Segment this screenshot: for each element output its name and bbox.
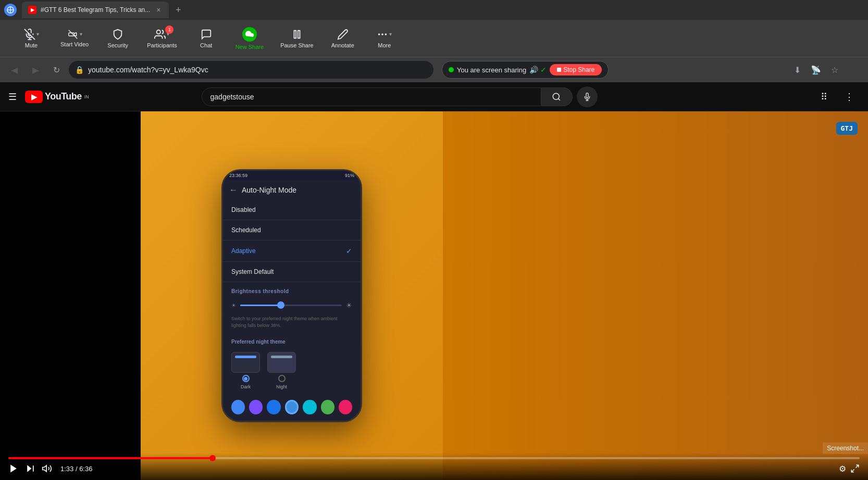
hamburger-menu-icon[interactable]: ☰ <box>8 91 17 103</box>
theme-night-label: Night <box>276 384 287 389</box>
screenshot-text: Screenshot... <box>827 445 864 452</box>
phone-status-bar: 23:36:59 91% <box>223 171 361 180</box>
screenshot-watermark: Screenshot... <box>823 443 868 454</box>
progress-bar[interactable] <box>8 457 860 459</box>
youtube-country-badge: IN <box>84 94 89 99</box>
meeting-toolbar: ▾ Mute ▾ Start Video Security <box>0 20 868 57</box>
start-video-icon: ▾ <box>67 30 82 39</box>
participants-badge: 1 <box>165 26 173 34</box>
phone-option-scheduled: Scheduled <box>223 220 361 241</box>
phone-option-system-default: System Default <box>223 262 361 282</box>
youtube-logo[interactable]: ▶ YouTube IN <box>25 91 89 103</box>
theme-night-option[interactable]: Night <box>267 352 296 389</box>
play-button[interactable] <box>8 463 19 474</box>
new-share-button[interactable]: New Share <box>227 23 272 54</box>
theme-dark-radio <box>242 375 250 382</box>
option-system-default-label: System Default <box>231 268 274 275</box>
mute-chevron: ▾ <box>36 31 39 37</box>
bookmark-icon[interactable]: ☆ <box>826 61 843 78</box>
svg-point-13 <box>385 33 387 35</box>
time-display: 1:33 / 6:36 <box>60 465 92 473</box>
progress-fill <box>8 457 213 459</box>
search-button[interactable] <box>541 87 573 106</box>
vertical-dots-icon[interactable]: ⋮ <box>839 86 860 107</box>
security-label: Security <box>107 42 128 48</box>
voice-search-button[interactable] <box>577 86 598 107</box>
mute-button[interactable]: ▾ Mute <box>10 24 52 53</box>
download-icon[interactable]: ⬇ <box>789 61 805 78</box>
option-scheduled-label: Scheduled <box>231 226 261 234</box>
color-light-blue[interactable] <box>285 400 299 414</box>
stop-share-button[interactable]: Stop Share <box>550 64 602 75</box>
cast-icon[interactable]: 📡 <box>808 61 824 78</box>
sharing-text: You are screen sharing <box>457 66 526 74</box>
mute-label: Mute <box>25 42 38 48</box>
new-share-icon <box>242 27 257 42</box>
tab-close-button[interactable]: × <box>154 6 163 14</box>
svg-point-12 <box>381 33 383 35</box>
phone-header: ← Auto-Night Mode <box>223 180 361 200</box>
theme-dark-option[interactable]: Dark <box>231 352 260 389</box>
more-chevron: ▾ <box>389 31 392 37</box>
back-button[interactable]: ◀ <box>6 61 23 78</box>
phone-screen-title: Auto-Night Mode <box>242 186 296 194</box>
security-icon <box>112 29 123 40</box>
tab-title: #GTT 6 Best Telegram Tips, Tricks an... <box>41 6 150 14</box>
svg-marker-19 <box>27 465 31 472</box>
progress-thumb <box>209 455 216 461</box>
url-text: youtube.com/watch?v=yv_Lwka9Qvc <box>88 66 208 74</box>
stop-share-label: Stop Share <box>563 66 594 73</box>
youtube-header: ☰ ▶ YouTube IN <box>0 82 868 111</box>
new-share-circle-icon <box>242 27 257 42</box>
sharing-indicator <box>449 67 454 72</box>
annotate-button[interactable]: Annotate <box>322 24 364 53</box>
color-green[interactable] <box>321 400 334 414</box>
active-tab[interactable]: ▶ #GTT 6 Best Telegram Tips, Tricks an..… <box>22 2 169 18</box>
video-player[interactable]: 23:36:59 91% ← Auto-Night Mode Disabled … <box>0 111 868 480</box>
color-purple[interactable] <box>249 400 263 414</box>
search-input[interactable] <box>210 93 532 101</box>
theme-dark-preview <box>231 352 260 373</box>
svg-rect-10 <box>298 30 300 38</box>
start-video-button[interactable]: ▾ Start Video <box>52 26 97 52</box>
security-button[interactable]: Security <box>97 24 139 53</box>
profile-icon[interactable] <box>845 61 862 78</box>
annotate-icon <box>337 29 349 40</box>
controls-right: ⚙ <box>839 464 860 474</box>
tab-bar: ▶ #GTT 6 Best Telegram Tips, Tricks an..… <box>0 0 868 20</box>
settings-button[interactable]: ⚙ <box>839 464 846 474</box>
theme-dark-radio-dot <box>244 377 247 381</box>
more-button[interactable]: ▾ More <box>364 24 405 53</box>
controls-row: 1:33 / 6:36 ⚙ <box>8 463 860 474</box>
reload-button[interactable]: ↻ <box>48 61 65 78</box>
theme-night-radio <box>278 375 286 382</box>
fullscreen-button[interactable] <box>850 464 860 473</box>
color-cyan[interactable] <box>303 400 316 414</box>
next-button[interactable] <box>25 463 35 474</box>
forward-button[interactable]: ▶ <box>27 61 44 78</box>
more-label: More <box>378 42 391 48</box>
chat-button[interactable]: Chat <box>185 24 227 53</box>
svg-marker-18 <box>10 465 17 473</box>
new-tab-button[interactable]: + <box>171 3 185 17</box>
theme-preview-bar <box>235 356 256 358</box>
color-blue[interactable] <box>231 400 245 414</box>
mute-icon: ▾ <box>24 29 39 40</box>
url-bar[interactable]: 🔒 youtube.com/watch?v=yv_Lwka9Qvc <box>69 61 433 79</box>
participants-button[interactable]: 1 ▾ Participants <box>139 24 185 53</box>
grid-apps-icon[interactable]: ⠿ <box>814 86 835 107</box>
lock-icon: 🔒 <box>75 66 84 74</box>
brightness-track[interactable] <box>240 305 342 306</box>
color-dark-blue[interactable] <box>267 400 280 414</box>
presenter-placeholder <box>551 153 760 439</box>
pause-share-icon <box>291 29 303 40</box>
preferred-night-label: Preferred night theme <box>223 334 361 348</box>
phone-time: 23:36:59 <box>229 173 247 178</box>
volume-button[interactable] <box>42 463 52 474</box>
pause-share-label: Pause Share <box>280 42 314 48</box>
color-pink[interactable] <box>339 400 352 414</box>
search-box[interactable] <box>202 87 541 106</box>
brightness-fill <box>240 305 281 306</box>
svg-marker-21 <box>43 465 47 472</box>
pause-share-button[interactable]: Pause Share <box>272 24 322 53</box>
